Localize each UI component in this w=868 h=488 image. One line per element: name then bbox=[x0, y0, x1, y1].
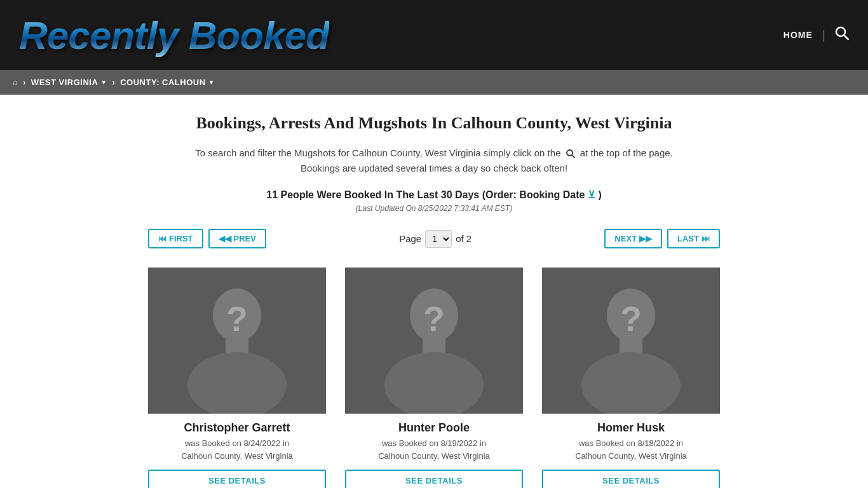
next-icon: ▶▶ bbox=[639, 234, 652, 243]
pagination-center: Page 1 2 of 2 bbox=[399, 230, 471, 248]
home-nav-link[interactable]: HOME bbox=[783, 30, 813, 40]
details-button-2[interactable]: SEE DETAILS bbox=[542, 470, 720, 488]
site-logo[interactable]: Recently Booked bbox=[19, 13, 329, 58]
first-button[interactable]: ⏮ FIRST bbox=[148, 229, 203, 248]
cards-row: ? Christopher Garrett was Booked on 8/24… bbox=[142, 268, 726, 488]
main-content: Bookings, Arrests And Mugshots In Calhou… bbox=[129, 95, 739, 488]
person-name-1: Hunter Poole bbox=[345, 421, 523, 435]
state-dropdown-arrow: ▼ bbox=[100, 79, 107, 86]
page-select[interactable]: 1 2 bbox=[425, 230, 452, 248]
next-button[interactable]: NEXT ▶▶ bbox=[604, 229, 662, 248]
silhouette-svg-2: ? bbox=[542, 268, 720, 414]
booking-count: 11 People Were Booked In The Last 30 Day… bbox=[142, 189, 726, 201]
booking-info-2: was Booked on 8/18/2022 in Calhoun Count… bbox=[542, 437, 720, 462]
pagination-row: ⏮ FIRST ◀◀ PREV Page 1 2 of 2 NEXT ▶▶ LA… bbox=[142, 229, 726, 248]
first-icon: ⏮ bbox=[158, 234, 166, 243]
details-button-1[interactable]: SEE DETAILS bbox=[345, 470, 523, 488]
svg-line-3 bbox=[572, 155, 574, 158]
home-icon: ⌂ bbox=[13, 78, 18, 87]
mugshot-image-2: ? bbox=[542, 268, 720, 414]
header-nav: HOME | bbox=[783, 26, 849, 44]
svg-text:?: ? bbox=[226, 299, 248, 339]
svg-rect-11 bbox=[423, 339, 445, 353]
page-title: Bookings, Arrests And Mugshots In Calhou… bbox=[142, 114, 726, 133]
search-button[interactable] bbox=[835, 26, 849, 44]
county-dropdown-arrow: ▼ bbox=[208, 79, 215, 86]
pagination-left: ⏮ FIRST ◀◀ PREV bbox=[148, 229, 266, 248]
last-icon: ⏭ bbox=[702, 234, 710, 243]
person-card-1: ? Hunter Poole was Booked on 8/19/2022 i… bbox=[345, 268, 523, 488]
site-header: Recently Booked HOME | bbox=[0, 0, 868, 70]
svg-rect-16 bbox=[620, 339, 642, 353]
breadcrumb-chevron-1: › bbox=[23, 78, 26, 87]
svg-line-1 bbox=[844, 36, 849, 40]
booking-info-0: was Booked on 8/24/2022 in Calhoun Count… bbox=[148, 437, 326, 462]
breadcrumb-county-dropdown[interactable]: COUNTY: CALHOUN ▼ bbox=[120, 78, 215, 87]
booking-info-1: was Booked on 8/19/2022 in Calhoun Count… bbox=[345, 437, 523, 462]
person-card-0: ? Christopher Garrett was Booked on 8/24… bbox=[148, 268, 326, 488]
person-name-0: Christopher Garrett bbox=[148, 421, 326, 435]
svg-text:?: ? bbox=[620, 299, 642, 339]
breadcrumb-home[interactable]: ⌂ bbox=[13, 78, 18, 87]
description-text: To search and filter the Mugshots for Ca… bbox=[142, 146, 726, 176]
pagination-right: NEXT ▶▶ LAST ⏭ bbox=[604, 229, 720, 248]
breadcrumb-state-dropdown[interactable]: WEST VIRGINIA ▼ bbox=[31, 78, 107, 87]
prev-icon: ◀◀ bbox=[219, 234, 231, 243]
last-button[interactable]: LAST ⏭ bbox=[667, 229, 720, 248]
silhouette-svg-1: ? bbox=[345, 268, 523, 414]
person-card-2: ? Homer Husk was Booked on 8/18/2022 in … bbox=[542, 268, 720, 488]
mugshot-image-1: ? bbox=[345, 268, 523, 414]
silhouette-svg-0: ? bbox=[148, 268, 326, 414]
svg-rect-6 bbox=[226, 339, 248, 353]
person-name-2: Homer Husk bbox=[542, 421, 720, 435]
nav-divider: | bbox=[822, 28, 825, 43]
sort-icon: ⊻ bbox=[588, 189, 595, 200]
breadcrumb: ⌂ › WEST VIRGINIA ▼ › COUNTY: CALHOUN ▼ bbox=[0, 70, 868, 95]
search-inline-icon bbox=[566, 149, 576, 159]
mugshot-image-0: ? bbox=[148, 268, 326, 414]
breadcrumb-chevron-2: › bbox=[112, 78, 116, 87]
last-updated: (Last Updated On 8/25/2022 7:33:41 AM ES… bbox=[142, 204, 726, 213]
prev-button[interactable]: ◀◀ PREV bbox=[208, 229, 266, 248]
svg-text:?: ? bbox=[423, 299, 445, 339]
details-button-0[interactable]: SEE DETAILS bbox=[148, 470, 326, 488]
